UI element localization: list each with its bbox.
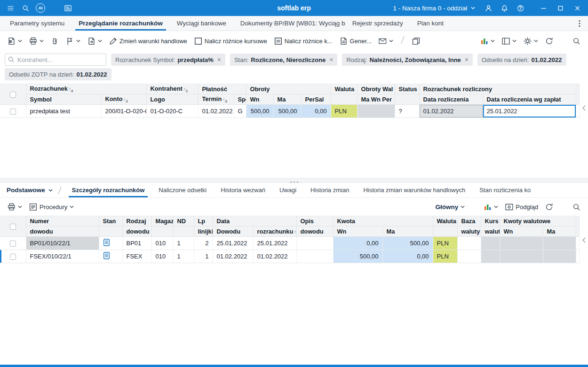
- cell-kw-ma[interactable]: [543, 237, 576, 250]
- cell-ma[interactable]: 500,00: [273, 105, 301, 118]
- col-data-rozliczenia[interactable]: Data rozliczenia: [419, 94, 483, 105]
- cell-kurs[interactable]: [481, 250, 500, 263]
- cell-opis[interactable]: [296, 237, 333, 250]
- filter-chip-odsetki-zotp[interactable]: Odsetki ZOTP na dzień: 01.02.2022: [5, 68, 111, 80]
- panels-button[interactable]: [60, 1, 75, 15]
- procedures-button[interactable]: Procedury: [26, 201, 77, 213]
- dtab-szczegoly-rozrachunkow[interactable]: Szczegóły rozrachunków: [65, 183, 152, 197]
- col-kw-ma[interactable]: Ma: [543, 226, 576, 237]
- cell-kw-wn[interactable]: [500, 250, 543, 263]
- cell-spo[interactable]: G: [234, 105, 246, 118]
- cell-obroty-wal[interactable]: [357, 105, 395, 118]
- tab-dokumenty-bp-bw[interactable]: Dokumenty BP/BW [WB01: Wyciąg ban: [233, 16, 345, 31]
- cell-opis[interactable]: [296, 250, 333, 263]
- col-status-sub[interactable]: [395, 94, 419, 105]
- col-group-kwoty-walutowe[interactable]: Kwoty walutowe: [500, 216, 576, 226]
- right-panel-collapse[interactable]: [580, 216, 588, 243]
- cell-wn[interactable]: 0,00: [333, 237, 382, 250]
- chip-close-icon[interactable]: ×: [217, 56, 221, 63]
- attachments-button[interactable]: [48, 35, 62, 47]
- generate-button[interactable]: Gener...: [337, 35, 374, 47]
- user-profile-button[interactable]: [481, 1, 496, 15]
- cell-waluta[interactable]: PLN: [433, 237, 457, 250]
- contractor-search-input[interactable]: [5, 54, 106, 66]
- col-wn[interactable]: Wn: [246, 94, 273, 105]
- flag-button[interactable]: [63, 35, 83, 47]
- tab-parametry-systemu[interactable]: Parametry systemu: [3, 16, 72, 31]
- cell-baza[interactable]: [457, 250, 481, 263]
- col-konto[interactable]: Konto↑2: [101, 94, 146, 105]
- cell-data-dowodu[interactable]: 25.01.2022: [213, 237, 253, 250]
- dtab-historia-wezwan[interactable]: Historia wezwań: [214, 183, 272, 197]
- cell-baza[interactable]: [457, 237, 481, 250]
- col-nd-sub[interactable]: [173, 226, 194, 237]
- dtab-stan-rozliczenia[interactable]: Stan rozliczenia ko: [472, 183, 538, 197]
- col-group-obroty-wal[interactable]: Obroty Wal: [357, 84, 395, 94]
- dtab-uwagi[interactable]: Uwagi: [272, 183, 303, 197]
- cell-wn[interactable]: 500,00: [246, 105, 273, 118]
- new-document-button[interactable]: [5, 35, 25, 47]
- cell-magaz[interactable]: 010: [151, 250, 173, 263]
- col-group-status[interactable]: Status: [395, 84, 419, 94]
- col-group-data[interactable]: Data: [213, 216, 296, 226]
- cell-ma[interactable]: 500,00: [382, 237, 433, 250]
- cell-numer[interactable]: FSEX/010/22/1: [26, 250, 99, 263]
- cell-data-wg-zaplat-selected[interactable]: 25.01.2022: [483, 105, 576, 118]
- col-data-wg-zaplat[interactable]: Data rozliczenia wg zapłat: [483, 94, 576, 105]
- cell-magaz[interactable]: 010: [151, 237, 173, 250]
- window-maximize-button[interactable]: [552, 1, 568, 15]
- detail-chart-button[interactable]: [481, 201, 501, 213]
- cell-persaldo[interactable]: 0,00: [301, 105, 331, 118]
- send-email-button[interactable]: [376, 35, 396, 47]
- cell-stan[interactable]: [99, 237, 122, 250]
- cell-termin[interactable]: 01.02.2022: [198, 105, 234, 118]
- col-numer-dowodu[interactable]: dowodu: [26, 226, 99, 237]
- change-trade-terms-button[interactable]: Zmień warunki handlowe: [106, 35, 190, 47]
- chart-view-button[interactable]: [478, 35, 498, 47]
- detail-view-name-selector[interactable]: Główny: [433, 201, 468, 213]
- cell-numer[interactable]: BP01/010/22/1: [26, 237, 99, 250]
- ai-assistant-button[interactable]: AI: [33, 1, 48, 15]
- notifications-button[interactable]: [497, 1, 512, 15]
- filter-chip-stan[interactable]: Stan: Rozliczone, Nierozliczone ×: [230, 54, 337, 66]
- cell-data-rozliczenia[interactable]: 01.02.2022: [419, 105, 483, 118]
- help-button[interactable]: ?: [513, 1, 528, 15]
- cell-wn[interactable]: 500,00: [333, 250, 382, 263]
- cell-data-rozrachunku[interactable]: 25.01.2022: [253, 237, 296, 250]
- col-kwota-wn[interactable]: Wn: [333, 226, 382, 237]
- cell-lp[interactable]: 1: [194, 250, 213, 263]
- calc-exchange-diff-button[interactable]: Nalicz różnice kursowe: [191, 35, 270, 47]
- col-spo[interactable]: Spo: [234, 94, 246, 105]
- layout-panel-button[interactable]: [499, 35, 519, 47]
- col-group-lp[interactable]: Lp: [194, 216, 213, 226]
- cell-rodzaj[interactable]: FSEX: [122, 250, 151, 263]
- detail-view-selector[interactable]: Podstawowe: [5, 183, 55, 197]
- col-group-rodzaj[interactable]: Rodzaj: [122, 216, 151, 226]
- filter-chip-rodzaj[interactable]: Rodzaj: Należności, Zobowiązania, Inne ×: [342, 54, 473, 66]
- detail-grid-search-button[interactable]: [570, 201, 583, 213]
- tab-rejestr-sprzedazy[interactable]: Rejestr sprzedaży: [345, 16, 410, 31]
- select-all-checkbox[interactable]: [10, 224, 16, 230]
- select-all-checkbox-cell[interactable]: [0, 84, 26, 105]
- company-selector[interactable]: 1 - Nasza firma 0 - oddział: [388, 1, 480, 15]
- col-group-baza[interactable]: Baza: [457, 216, 481, 226]
- cell-nd[interactable]: 1: [173, 237, 194, 250]
- col-waluta-sub[interactable]: [433, 226, 457, 237]
- col-baza-waluty[interactable]: waluty: [457, 226, 481, 237]
- tab-wyciagi-bankowe[interactable]: Wyciągi bankowe: [170, 16, 233, 31]
- col-group-magaz[interactable]: Magaz: [151, 216, 173, 226]
- row-checkbox-cell[interactable]: [0, 237, 26, 250]
- hamburger-menu-button[interactable]: [3, 1, 18, 15]
- cell-ma[interactable]: 0,00: [382, 250, 433, 263]
- col-logo[interactable]: Logo: [146, 94, 198, 105]
- cell-waluta[interactable]: PLN: [433, 250, 457, 263]
- col-termin[interactable]: Termin↑3: [198, 94, 234, 105]
- cell-logo[interactable]: 01-O-020-C: [146, 105, 198, 118]
- col-opis-dowodu[interactable]: dowodu: [296, 226, 333, 237]
- cell-symbol[interactable]: przedpłata test: [26, 105, 101, 118]
- cell-rodzaj[interactable]: BP01: [122, 237, 151, 250]
- horizontal-splitter[interactable]: [0, 178, 588, 183]
- grid-search-button[interactable]: [570, 35, 583, 47]
- col-persaldo[interactable]: PerSal: [301, 94, 331, 105]
- refresh-button[interactable]: [542, 35, 556, 47]
